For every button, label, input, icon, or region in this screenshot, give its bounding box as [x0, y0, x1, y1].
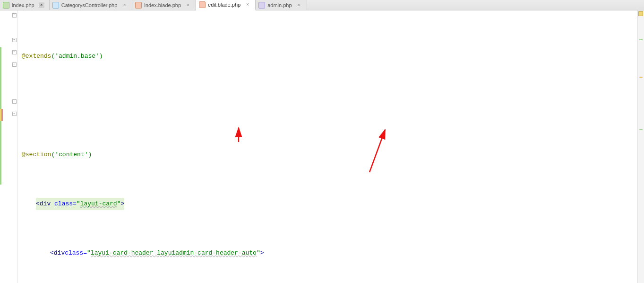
code-line: <div class="layui-card-header layuiadmin… [22, 247, 644, 259]
php-file-icon [258, 2, 265, 9]
close-icon[interactable]: × [185, 2, 191, 8]
tab-index-php[interactable]: index.php × [0, 0, 50, 10]
fold-toggle-icon[interactable]: - [12, 50, 17, 54]
blade-directive: @section [22, 149, 51, 161]
code-line: @section('content') [22, 149, 644, 161]
blade-file-icon [199, 1, 206, 8]
code-editor[interactable]: - - - - - - @extends('admin.base') @sect… [0, 10, 644, 283]
fold-column: - - - - - - [11, 10, 17, 283]
tab-categorys-controller[interactable]: CategorysController.php × [50, 0, 133, 10]
tab-admin-php[interactable]: admin.php × [256, 0, 307, 10]
blade-file-icon [135, 2, 142, 9]
editor-tabbar: index.php × CategorysController.php × in… [0, 0, 644, 10]
fold-toggle-icon[interactable]: - [12, 13, 17, 18]
fold-toggle-icon[interactable]: - [12, 112, 17, 116]
close-icon[interactable]: × [121, 2, 127, 8]
blade-directive: @extends [22, 50, 51, 62]
close-icon[interactable]: × [296, 2, 302, 8]
close-icon[interactable]: × [39, 2, 44, 8]
fold-toggle-icon[interactable]: - [12, 38, 17, 42]
code-line: <div class="layui-card"> [22, 198, 644, 210]
tab-label: admin.php [267, 2, 292, 8]
tab-label: edit.blade.php [208, 2, 240, 8]
tab-label: CategorysController.php [61, 2, 118, 8]
tab-label: index.blade.php [144, 2, 181, 8]
php-class-icon [52, 2, 59, 9]
editor-gutter: - - - - - - [0, 10, 18, 283]
vertical-scrollbar[interactable] [637, 10, 644, 283]
tab-index-blade[interactable]: index.blade.php × [132, 0, 196, 10]
code-area[interactable]: @extends('admin.base') @section('content… [18, 10, 644, 283]
tab-edit-blade[interactable]: edit.blade.php × [196, 0, 256, 10]
php-file-icon [3, 2, 9, 9]
inspection-status-icon [638, 11, 643, 16]
fold-toggle-icon[interactable]: - [12, 99, 17, 104]
code-line [22, 99, 644, 112]
fold-toggle-icon[interactable]: - [12, 62, 17, 67]
code-line: @extends('admin.base') [22, 50, 644, 62]
tab-label: index.php [12, 2, 34, 8]
close-icon[interactable]: × [245, 2, 250, 8]
